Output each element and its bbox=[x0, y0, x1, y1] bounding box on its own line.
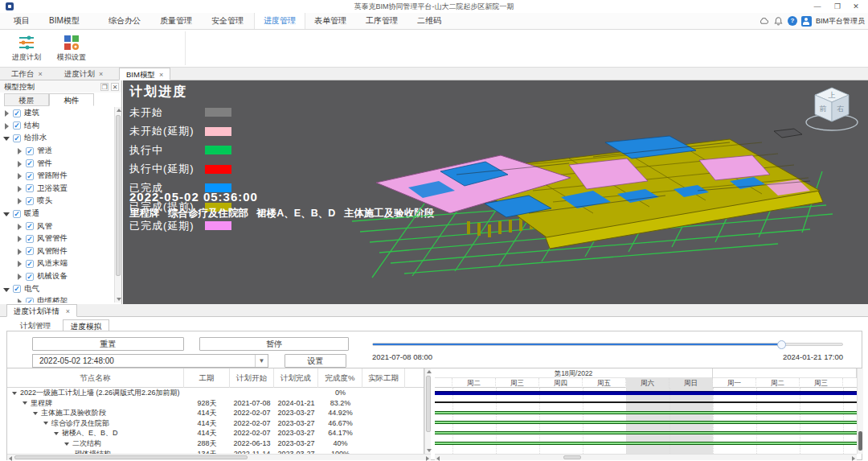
checkbox[interactable]: ✓ bbox=[26, 273, 34, 281]
bell-icon[interactable] bbox=[773, 16, 784, 27]
3d-viewport[interactable]: 计划进度 未开始未开始(延期)执行中执行中(延期)已完成已完成(提前)已完成(延… bbox=[123, 80, 868, 304]
tree-item-暖通[interactable]: ✓暖通 bbox=[0, 208, 114, 220]
close-icon[interactable]: × bbox=[39, 70, 43, 78]
schedule-plan-button[interactable]: 进度计划 bbox=[5, 31, 48, 65]
column-header-3[interactable]: 计划开始 bbox=[230, 368, 274, 388]
tree-item-风管[interactable]: ✓风管 bbox=[0, 220, 114, 233]
checkbox[interactable]: ✓ bbox=[26, 197, 34, 205]
tree-item-管道[interactable]: ✓管道 bbox=[0, 145, 114, 158]
close-icon[interactable]: × bbox=[99, 70, 103, 78]
tab-schedule-detail[interactable]: 进度计划详情 × bbox=[6, 304, 77, 317]
cube-face-top[interactable]: 上 bbox=[829, 91, 836, 99]
settings-button[interactable]: 设置 bbox=[285, 354, 346, 368]
menu-item-6[interactable]: 进度管理 bbox=[254, 13, 305, 29]
panel-close-icon[interactable]: ✕ bbox=[111, 83, 119, 91]
collapse-icon[interactable] bbox=[64, 442, 69, 446]
expand-icon[interactable] bbox=[3, 122, 10, 130]
checkbox[interactable]: ✓ bbox=[26, 235, 34, 243]
tree-item-喷头[interactable]: ✓喷头 bbox=[0, 195, 114, 208]
checkbox[interactable]: ✓ bbox=[26, 159, 34, 167]
checkbox[interactable]: ✓ bbox=[26, 184, 34, 192]
doc-tab-2[interactable]: 进度计划× bbox=[58, 68, 109, 80]
expand-icon[interactable] bbox=[16, 185, 23, 192]
scroll-thumb[interactable] bbox=[563, 455, 581, 459]
menu-item-4[interactable]: 质量管理 bbox=[151, 13, 201, 29]
expand-icon[interactable] bbox=[16, 235, 23, 242]
tree-scrollbar[interactable] bbox=[114, 107, 121, 303]
menu-item-8[interactable]: 工序管理 bbox=[357, 13, 407, 29]
column-header-1[interactable]: 节点名称 bbox=[7, 368, 184, 388]
user-name[interactable]: BIM平台管理员 bbox=[816, 16, 865, 27]
gantt-bar-green[interactable] bbox=[435, 431, 857, 434]
reset-button[interactable]: 重置 bbox=[32, 337, 184, 351]
scroll-thumb[interactable] bbox=[858, 431, 862, 451]
tab-components[interactable]: 构件 bbox=[49, 93, 94, 106]
expand-icon[interactable] bbox=[16, 160, 23, 167]
scroll-thumb[interactable] bbox=[426, 376, 431, 432]
navigation-cube[interactable]: 上 前 右 bbox=[802, 82, 862, 137]
timeline-slider[interactable] bbox=[372, 343, 843, 346]
doc-tab-3[interactable]: BIM模型× bbox=[119, 68, 170, 80]
checkbox[interactable]: ✓ bbox=[13, 285, 21, 293]
scroll-thumb[interactable] bbox=[116, 115, 121, 276]
expand-icon[interactable] bbox=[16, 260, 23, 267]
collapse-icon[interactable] bbox=[23, 401, 27, 405]
checkbox[interactable]: ✓ bbox=[13, 134, 21, 142]
tab-plan-management[interactable]: 计划管理 bbox=[13, 319, 58, 331]
scroll-down-icon[interactable] bbox=[425, 447, 431, 454]
simulation-settings-button[interactable]: 模拟设置 bbox=[50, 31, 93, 65]
gantt-bar-green[interactable] bbox=[435, 421, 857, 424]
column-header-6[interactable]: 实际工期 bbox=[362, 368, 405, 388]
expand-icon[interactable] bbox=[16, 197, 23, 204]
gantt-bar-green[interactable] bbox=[435, 411, 857, 414]
gantt-horizontal-scrollbar[interactable] bbox=[435, 454, 857, 460]
menu-item-7[interactable]: 表单管理 bbox=[305, 13, 355, 29]
table-row[interactable]: 裙楼A、E、B、D414天2022-02-072023-03-2764.17% bbox=[7, 428, 424, 438]
checkbox[interactable]: ✓ bbox=[13, 109, 21, 117]
expand-icon[interactable] bbox=[3, 109, 10, 117]
tree-item-风管管件[interactable]: ✓风管管件 bbox=[0, 233, 114, 245]
tree-item-卫浴装置[interactable]: ✓卫浴装置 bbox=[0, 183, 114, 196]
pause-button[interactable]: 暂停 bbox=[199, 337, 349, 351]
menu-item-1[interactable]: 项目 bbox=[5, 13, 39, 29]
table-vertical-scrollbar[interactable] bbox=[424, 368, 431, 454]
current-time-input[interactable]: 2022-05-02 12:48:00 ▼ bbox=[32, 354, 268, 368]
tree-item-结构[interactable]: ✓结构 bbox=[0, 120, 114, 133]
close-icon[interactable]: × bbox=[159, 71, 163, 79]
tree-item-机械设备[interactable]: ✓机械设备 bbox=[0, 270, 114, 283]
tree-item-管路附件[interactable]: ✓管路附件 bbox=[0, 170, 114, 183]
expand-icon[interactable] bbox=[16, 273, 23, 280]
tree-item-风管附件[interactable]: ✓风管附件 bbox=[0, 245, 114, 258]
menu-item-3[interactable]: 综合办公 bbox=[100, 13, 149, 29]
maximize-button[interactable]: ❐ bbox=[829, 1, 846, 12]
collapse-icon[interactable] bbox=[3, 210, 10, 217]
checkbox[interactable]: ✓ bbox=[13, 210, 21, 218]
collapse-icon[interactable] bbox=[43, 422, 48, 425]
tree-item-风道末端[interactable]: ✓风道末端 bbox=[0, 257, 114, 270]
cube-face-right[interactable]: 右 bbox=[837, 105, 845, 113]
expand-icon[interactable] bbox=[16, 147, 23, 154]
menu-item-2[interactable]: BIM模型 bbox=[40, 13, 88, 29]
close-button[interactable]: ✕ bbox=[847, 1, 865, 12]
gantt-bar-black[interactable] bbox=[435, 401, 857, 403]
scroll-left-icon[interactable] bbox=[7, 455, 14, 461]
scroll-right-icon[interactable] bbox=[850, 455, 857, 461]
scroll-up-icon[interactable] bbox=[115, 107, 121, 113]
table-row[interactable]: 二次结构288天2022-06-132023-03-2740% bbox=[7, 438, 424, 449]
checkbox[interactable]: ✓ bbox=[26, 147, 34, 155]
collapse-icon[interactable] bbox=[54, 432, 59, 435]
column-header-2[interactable]: 工期 bbox=[184, 368, 230, 388]
table-row[interactable]: 里程牌928天2021-07-082024-01-2183.2% bbox=[7, 398, 424, 409]
collapse-icon[interactable] bbox=[33, 412, 38, 415]
expand-icon[interactable] bbox=[16, 298, 23, 303]
scroll-left-icon[interactable] bbox=[435, 455, 441, 461]
panel-float-icon[interactable]: ❐ bbox=[100, 83, 108, 91]
tree-item-建筑[interactable]: ✓建筑 bbox=[0, 107, 114, 120]
menu-item-5[interactable]: 安全管理 bbox=[203, 13, 252, 29]
table-row[interactable]: 2022一级施工计划上墙 (2.26调版式用2.26加前期)0% bbox=[7, 388, 424, 398]
tab-floors[interactable]: 楼层 bbox=[4, 93, 49, 106]
doc-tab-1[interactable]: 工作台× bbox=[5, 68, 49, 80]
tree-item-管件[interactable]: ✓管件 bbox=[0, 157, 114, 170]
tree-item-电气[interactable]: ✓电气 bbox=[0, 282, 114, 295]
table-horizontal-scrollbar[interactable] bbox=[7, 454, 431, 460]
